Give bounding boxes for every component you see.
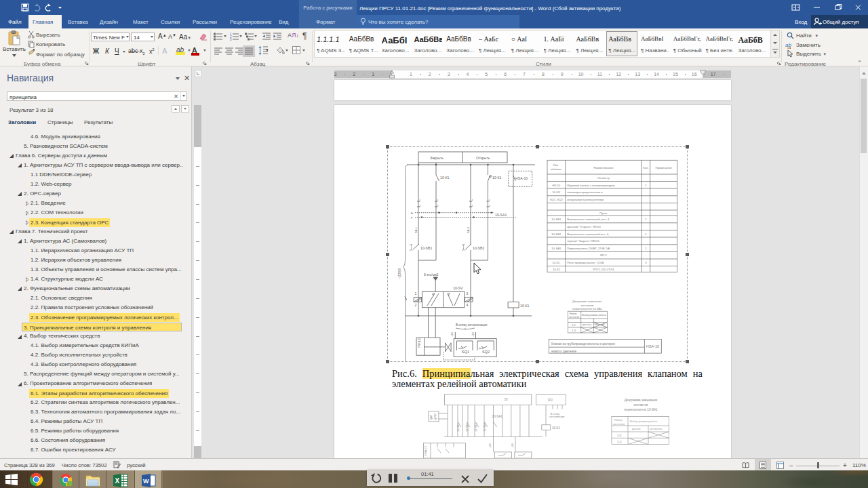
- svg-text:Р: Р: [411, 216, 413, 220]
- svg-text:10-SB4: 10-SB4: [484, 423, 486, 432]
- svg-text:X: X: [115, 477, 120, 485]
- svg-text:Диаграмма замыкания: Диаграмма замыкания: [625, 399, 658, 402]
- svg-text:Диаграмма замыкания: Диаграмма замыкания: [572, 300, 601, 303]
- svg-text:10-SB3: 10-SB3: [475, 423, 477, 432]
- svg-text:Выбор режима работы: Выбор режима работы: [630, 420, 657, 423]
- svg-text:Шаровой клапан с пневмоприводо: Шаровой клапан с пневмоприводом: [567, 184, 614, 187]
- svg-text:1-2: 1-2: [617, 434, 622, 437]
- svg-text:1: 1: [415, 291, 417, 296]
- svg-text:черный "Закрыть" КЕ011: черный "Закрыть" КЕ011: [567, 239, 600, 243]
- svg-text:ВП-2: ВП-2: [600, 253, 607, 257]
- svg-text:концевыми выключателями: концевыми выключателями: [567, 198, 604, 201]
- svg-text:~220В: ~220В: [397, 268, 401, 279]
- svg-text:Примечание: Примечание: [656, 166, 673, 169]
- svg-text:2: 2: [420, 205, 421, 207]
- svg-text:10-К1: 10-К1: [552, 426, 560, 430]
- svg-text:10-SV: 10-SV: [553, 190, 561, 194]
- svg-text:Закрыть: Закрыть: [430, 156, 443, 160]
- svg-text:1: 1: [645, 232, 647, 236]
- svg-text:10-SB1: 10-SB1: [420, 246, 432, 250]
- svg-text:2: 2: [415, 303, 417, 307]
- svg-text:+34: +34: [450, 331, 454, 337]
- svg-text:3: 3: [230, 38, 232, 41]
- svg-text:DO: DO: [548, 399, 553, 402]
- svg-text:1: 1: [489, 199, 490, 202]
- svg-text:Реле промежуточное ~220В: Реле промежуточное ~220В: [567, 261, 604, 264]
- svg-text:Клапан на трубопроводе кисл: Клапан на трубопроводе кислоты к цистерн…: [551, 342, 616, 346]
- svg-text:красный "Открыть" КЕ011: красный "Открыть" КЕ011: [567, 225, 601, 228]
- svg-text:1: 1: [645, 218, 647, 221]
- svg-text:Местный: Местный: [595, 323, 604, 326]
- svg-text:низкого давления: низкого давления: [551, 350, 576, 353]
- svg-text:Наименование: Наименование: [593, 166, 614, 169]
- svg-text:ручной: ручной: [632, 428, 640, 430]
- svg-text:SB-1: SB-1: [414, 226, 418, 233]
- svg-text:1: 1: [472, 199, 473, 202]
- svg-text:Пульт: Пульт: [599, 211, 607, 215]
- svg-text:ab: ab: [785, 42, 791, 48]
- svg-text:HSA-10: HSA-10: [646, 344, 659, 348]
- svg-text:10-SB1: 10-SB1: [551, 218, 561, 221]
- svg-text:+34: +34: [471, 331, 475, 337]
- svg-text:1-3: 1-3: [572, 329, 576, 332]
- svg-text:контактов: контактов: [581, 304, 594, 307]
- svg-text:контактов: контактов: [569, 316, 580, 319]
- svg-text:2: 2: [437, 205, 439, 207]
- svg-text:По месту: По месту: [597, 176, 610, 180]
- svg-text:переключателя 10-SA1: переключателя 10-SA1: [572, 307, 603, 310]
- svg-text:Выключатель кнопочный исп. 4,: Выключатель кнопочный исп. 4,: [567, 232, 609, 236]
- svg-text:ЦАП: ЦАП: [429, 414, 433, 420]
- svg-text:ЦУВЛ: ЦУВЛ: [433, 413, 437, 420]
- svg-text:1-3: 1-3: [617, 441, 622, 444]
- svg-text:переключателя 10-SA1: переключателя 10-SA1: [624, 408, 658, 411]
- svg-text:2: 2: [472, 205, 473, 207]
- svg-text:Номер: Номер: [614, 419, 623, 422]
- svg-text:Выбор режима работы: Выбор режима работы: [582, 314, 606, 317]
- svg-text:Поз.: Поз.: [553, 163, 559, 167]
- svg-text:HV-10: HV-10: [553, 184, 561, 187]
- svg-text:SQ1: SQ1: [462, 350, 469, 354]
- svg-text:контактов: контактов: [613, 423, 625, 426]
- svg-text:10-К1: 10-К1: [520, 304, 530, 308]
- svg-text:1: 1: [645, 184, 647, 187]
- svg-text:Открыть: Открыть: [476, 156, 490, 160]
- svg-text:10-SA1: 10-SA1: [495, 213, 507, 217]
- svg-text:10-SB2: 10-SB2: [551, 232, 561, 236]
- svg-text:+24: +24: [488, 443, 492, 448]
- svg-text:HSA-10: HSA-10: [424, 445, 427, 455]
- svg-text:10-К1,: 10-К1,: [552, 261, 560, 264]
- svg-text:2: 2: [489, 205, 490, 207]
- svg-text:1-2: 1-2: [572, 323, 576, 327]
- svg-text:SQ2: SQ2: [482, 350, 490, 354]
- svg-text:Номер: Номер: [570, 312, 577, 315]
- svg-text:1: 1: [420, 199, 421, 202]
- svg-text:А: А: [411, 211, 413, 215]
- svg-text:10-К1: 10-К1: [492, 176, 502, 180]
- svg-text:пневмораспределителем и: пневмораспределителем и: [567, 190, 603, 194]
- svg-text:В схему сигнализации: В схему сигнализации: [456, 323, 488, 327]
- svg-text:10-К2: 10-К2: [553, 268, 560, 271]
- svg-text:обознач.: обознач.: [551, 167, 562, 171]
- svg-text:HV-10: HV-10: [417, 338, 421, 348]
- svg-text:Выключатель кнопочный, исп. 4,: Выключатель кнопочный, исп. 4,: [567, 218, 610, 221]
- svg-text:10-SA1: 10-SA1: [492, 415, 503, 418]
- svg-text:W: W: [143, 478, 149, 485]
- svg-text:сигнализации: сигнализации: [549, 415, 564, 418]
- svg-text:3: 3: [645, 261, 647, 264]
- svg-text:+24: +24: [511, 443, 514, 448]
- svg-text:4: 4: [467, 303, 469, 307]
- svg-text:DI: DI: [505, 398, 508, 401]
- svg-text:SQ1, SQ2: SQ1, SQ2: [550, 198, 564, 201]
- svg-text:Переключатель 250ВТ, 220В,: Переключатель 250ВТ, 220В, 5А: [567, 247, 610, 250]
- svg-text:10-К1: 10-К1: [440, 176, 450, 180]
- svg-text:10-SA1: 10-SA1: [551, 247, 561, 250]
- svg-text:дистанц.: дистанц.: [583, 323, 592, 326]
- svg-text:3: 3: [467, 291, 469, 296]
- svg-text:1: 1: [437, 199, 439, 202]
- svg-text:1: 1: [645, 247, 647, 250]
- svg-text:6 кгс/см2: 6 кгс/см2: [424, 272, 439, 277]
- svg-text:10-SB2: 10-SB2: [466, 423, 469, 432]
- svg-text:10-SB1: 10-SB1: [457, 423, 460, 432]
- svg-text:контактов: контактов: [634, 403, 648, 407]
- svg-text:автоматич.: автоматич.: [650, 428, 663, 430]
